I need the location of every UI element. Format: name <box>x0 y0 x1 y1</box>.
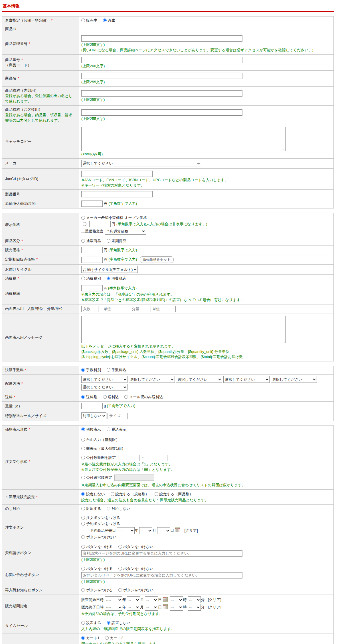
short-name-customer-input[interactable] <box>81 109 242 116</box>
special-shipping-size-input[interactable] <box>108 413 127 419</box>
shipping-method-select-4[interactable]: 選択してください <box>223 376 270 383</box>
postage-separate-radio[interactable] <box>81 395 85 399</box>
sale-start-clear-link[interactable]: [クリア] <box>208 598 221 602</box>
noshi-yes-option[interactable]: 対応する <box>81 506 101 511</box>
postage-separate-option[interactable]: 送料別 <box>81 395 97 399</box>
sale-start-minute-select[interactable]: -- <box>188 596 201 603</box>
cart2-radio[interactable] <box>105 636 109 640</box>
display-price-manual-radio[interactable] <box>83 222 86 226</box>
warehouse-selling-radio[interactable] <box>81 19 85 22</box>
display-price-open-option[interactable]: メーカー希望小売価格 オープン価格 <box>81 216 147 220</box>
order-format-hidden-radio[interactable] <box>81 447 85 450</box>
tax-included-display-radio[interactable] <box>107 428 110 431</box>
reserve-button-on-option[interactable]: 予約ボタンをつける <box>81 522 120 526</box>
calendar-icon[interactable] <box>175 528 180 532</box>
cart2-option[interactable]: カート2 <box>105 636 123 640</box>
contact-button-on-option[interactable]: ボタンをつける <box>81 567 113 571</box>
contact-button-off-radio[interactable] <box>118 567 122 571</box>
sale-end-year-select[interactable]: ---- <box>105 604 122 611</box>
postage-included-radio[interactable] <box>103 395 107 399</box>
shipping-method-select-6[interactable]: 選択してください <box>81 384 127 391</box>
release-year-select[interactable]: ---- <box>117 527 135 534</box>
postage-mail-only-radio[interactable] <box>124 395 128 399</box>
category-subscription-option[interactable]: 定期商品 <box>107 239 126 243</box>
category-normal-option[interactable]: 通常商品 <box>81 239 101 243</box>
quantity-unit-input[interactable] <box>151 306 176 312</box>
display-price-input[interactable] <box>89 221 111 227</box>
catch-copy-textarea[interactable] <box>81 127 286 151</box>
warehouse-stock-radio[interactable] <box>103 19 107 22</box>
once-limit-off-radio[interactable] <box>81 492 85 496</box>
package-count-input[interactable] <box>81 306 98 312</box>
restock-button-on-radio[interactable] <box>81 588 85 592</box>
noshi-no-option[interactable]: 対応しない <box>107 506 130 511</box>
tax-included-option[interactable]: 消費税込 <box>107 276 126 281</box>
first-selling-price-input[interactable] <box>81 257 103 263</box>
display-message-textarea[interactable] <box>81 316 286 343</box>
dual-price-select[interactable]: 当店通常価格 <box>105 228 146 235</box>
order-format-range-radio[interactable] <box>81 456 85 459</box>
admin-number-input[interactable] <box>81 35 242 42</box>
contact-button-on-radio[interactable] <box>81 567 85 571</box>
postage-included-option[interactable]: 送料込 <box>103 395 119 399</box>
category-subscription-radio[interactable] <box>107 239 110 243</box>
shipping-method-select-2[interactable]: 選択してください <box>129 376 175 383</box>
special-shipping-select[interactable]: 利用しない <box>81 412 106 419</box>
order-format-choices-option[interactable]: 受付選択肢設定 <box>81 475 112 480</box>
once-limit-off-option[interactable]: 設定しない <box>81 492 105 496</box>
tax-excluded-display-radio[interactable] <box>81 428 85 431</box>
postage-mail-only-option[interactable]: メール便のみ送料込 <box>124 395 163 399</box>
no-button-option[interactable]: ボタンをつけない <box>81 535 116 539</box>
shipping-method-select-1[interactable]: 選択してください <box>81 376 127 383</box>
once-limit-by-product-option[interactable]: 設定する（商品別） <box>155 492 193 496</box>
order-format-free-radio[interactable] <box>81 438 85 441</box>
order-button-on-option[interactable]: 注文ボタンをつける <box>81 516 120 520</box>
request-url-input[interactable] <box>81 550 242 557</box>
jancd-input[interactable] <box>81 171 153 177</box>
tax-rate-input[interactable] <box>81 285 103 291</box>
request-button-on-option[interactable]: ボタンをつける <box>81 545 113 549</box>
restock-button-off-option[interactable]: ボタンをつけない <box>118 588 153 592</box>
order-format-hidden-option[interactable]: 非表示（最大個数1個） <box>81 446 125 451</box>
quantity-input[interactable] <box>130 306 147 312</box>
restock-button-on-option[interactable]: ボタンをつける <box>81 588 113 592</box>
selling-price-input[interactable] <box>81 247 103 253</box>
calendar-icon[interactable] <box>163 597 168 602</box>
contact-button-off-option[interactable]: ボタンをつけない <box>118 567 153 571</box>
weight-input[interactable] <box>81 403 103 409</box>
restock-button-off-radio[interactable] <box>118 588 122 592</box>
request-button-off-option[interactable]: ボタンをつけない <box>118 545 153 549</box>
sale-start-month-select[interactable]: -- <box>127 596 140 603</box>
category-normal-radio[interactable] <box>81 239 85 243</box>
order-format-choices-radio[interactable] <box>81 476 85 479</box>
order-range-min-input[interactable] <box>118 455 139 461</box>
sale-start-hour-select[interactable]: -- <box>170 596 183 603</box>
product-number-input[interactable] <box>81 191 153 197</box>
shipping-method-select-3[interactable]: 選択してください <box>176 376 222 383</box>
cart1-radio[interactable] <box>81 636 85 640</box>
sale-end-clear-link[interactable]: [クリア] <box>208 605 221 609</box>
no-button-radio[interactable] <box>81 535 85 539</box>
warehouse-option-selling[interactable]: 販売中 <box>81 18 97 23</box>
fee-included-option[interactable]: 手数料込 <box>107 368 126 372</box>
tax-included-radio[interactable] <box>107 277 110 280</box>
order-format-range-option[interactable]: 受付数範囲を設定 <box>81 455 116 460</box>
fee-separate-radio[interactable] <box>81 368 85 372</box>
time-sale-on-radio[interactable] <box>81 621 85 625</box>
calendar-icon[interactable] <box>163 604 168 609</box>
sale-end-hour-select[interactable]: -- <box>170 604 183 611</box>
sale-end-day-select[interactable]: -- <box>145 604 158 611</box>
tax-excluded-radio[interactable] <box>81 277 85 280</box>
request-button-off-radio[interactable] <box>118 545 122 549</box>
tax-included-display-option[interactable]: 税込表示 <box>107 427 126 432</box>
order-choices-input[interactable] <box>114 475 154 481</box>
product-name-input[interactable] <box>81 73 242 79</box>
time-sale-off-option[interactable]: 設定しない <box>107 621 130 625</box>
once-limit-by-variation-radio[interactable] <box>111 492 114 496</box>
shipping-method-select-5[interactable]: 選択してください <box>271 376 317 383</box>
once-limit-by-product-radio[interactable] <box>155 492 158 496</box>
fee-separate-option[interactable]: 手数料別 <box>81 368 101 372</box>
order-format-free-option[interactable]: 自由入力（無制限） <box>81 437 120 442</box>
set-selling-price-button[interactable]: 販売価格をセット <box>140 256 174 263</box>
contact-url-input[interactable] <box>81 572 242 578</box>
